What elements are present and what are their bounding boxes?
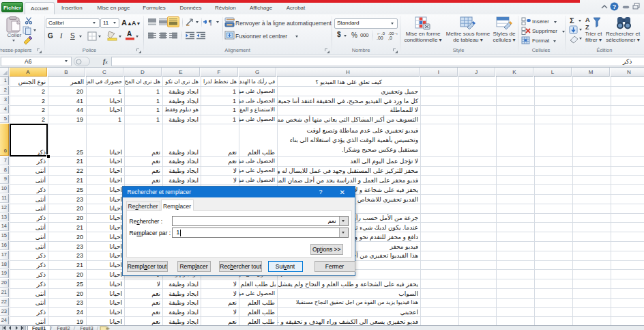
svg-text:?: ?	[613, 3, 617, 10]
svg-text:A: A	[585, 16, 590, 23]
svg-text:Z: Z	[585, 24, 589, 31]
svg-text:¶: ¶	[209, 18, 212, 26]
